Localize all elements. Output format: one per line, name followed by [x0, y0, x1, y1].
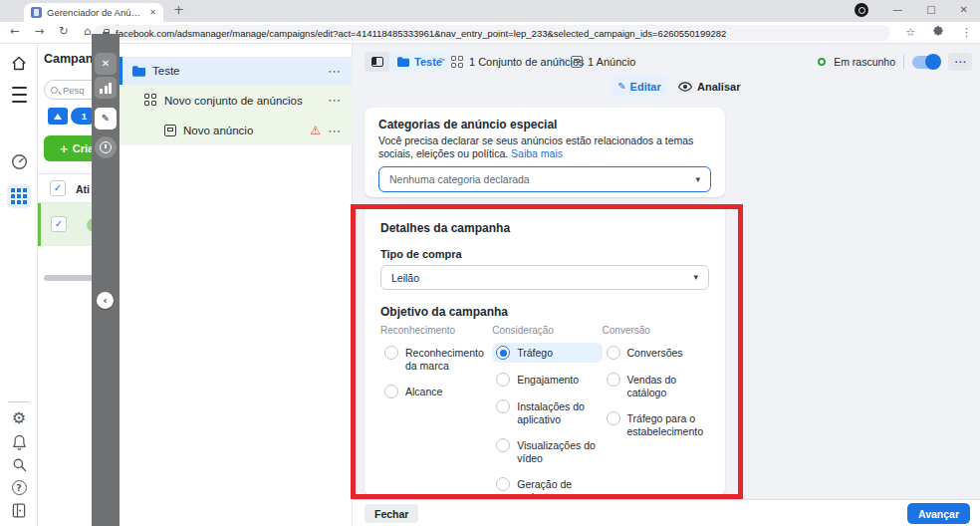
help-icon[interactable]: ? — [0, 480, 38, 495]
nav-rail: ⚙ ? — [0, 44, 38, 526]
media-control-icon[interactable] — [855, 3, 868, 17]
radio-icon[interactable] — [496, 399, 510, 413]
campaigns-grid-icon[interactable] — [7, 184, 31, 208]
search-placeholder: Pesq — [63, 85, 85, 96]
divider — [903, 55, 904, 69]
ads-reporting-icon[interactable] — [0, 153, 38, 170]
objective-option[interactable]: Tráfego para o estabelecimento — [603, 408, 709, 440]
tree-adset-label: Novo conjunto de anúncios — [164, 95, 303, 107]
next-button[interactable]: Avançar — [907, 503, 970, 524]
review-tab-button[interactable]: Analisar — [678, 76, 740, 97]
buy-type-dropdown[interactable]: Leilão ▾ — [380, 265, 709, 290]
close-button[interactable]: Fechar — [365, 504, 418, 523]
objective-option[interactable]: Instalações do aplicativo — [492, 396, 602, 428]
objective-option[interactable]: Vendas do catálogo — [603, 370, 709, 401]
tab-title: Gerenciador de Anúncios - Gere — [47, 7, 144, 18]
tree-item-ad[interactable]: Novo anúncio ⚠ ⋯ — [120, 116, 353, 145]
bookmark-star-icon[interactable]: ☆ — [905, 27, 915, 38]
reload-button[interactable]: ↻ — [59, 26, 69, 38]
collapse-pane-button[interactable]: ‹ — [97, 292, 114, 309]
pencil-icon: ✎ — [102, 114, 110, 124]
radio-icon[interactable] — [384, 385, 398, 398]
bar-chart-icon — [100, 83, 112, 94]
objective-option[interactable]: Engajamento — [492, 370, 602, 390]
learn-more-link[interactable]: Saiba mais — [511, 147, 563, 159]
chevron-right-icon: > — [438, 56, 446, 65]
edit-pencil-button[interactable]: ✎ — [95, 108, 117, 130]
notifications-bell-icon[interactable] — [0, 434, 38, 450]
window-maximize-button[interactable]: □ — [926, 5, 935, 15]
adset-grid-icon — [144, 94, 157, 107]
radio-icon[interactable] — [607, 411, 620, 425]
collapse-panel-icon[interactable] — [0, 503, 38, 518]
folder-filter-icon[interactable] — [48, 108, 68, 125]
select-all-checkbox[interactable]: ✓ — [50, 180, 66, 196]
tab-close-icon[interactable]: ✕ — [149, 9, 156, 17]
objective-option[interactable]: Alcance — [380, 382, 492, 401]
clock-icon — [100, 141, 112, 153]
radio-icon[interactable] — [496, 438, 510, 452]
tree-item-adset[interactable]: Novo conjunto de anúncios ⋯ — [120, 85, 353, 116]
charts-button[interactable] — [95, 77, 117, 99]
objective-option[interactable]: Conversões — [603, 343, 709, 363]
eye-icon — [678, 82, 692, 92]
breadcrumb-ad[interactable]: 1 Anúncio — [571, 52, 635, 72]
tree-item-campaign[interactable]: Teste ⋯ — [120, 57, 353, 85]
objective-option[interactable]: Reconhecimento da marca — [380, 343, 492, 375]
panel-icon — [371, 57, 383, 67]
folder-icon — [132, 66, 145, 77]
ad-frame-icon — [571, 56, 583, 68]
window-minimize-button[interactable]: — — [892, 5, 902, 15]
search-icon — [51, 87, 58, 94]
more-options-button[interactable]: ⋯ — [948, 53, 972, 71]
special-categories-card: Categorias de anúncio especial Você prec… — [365, 108, 725, 197]
home-icon[interactable] — [0, 56, 38, 71]
ad-frame-icon — [164, 125, 176, 136]
row-options-icon[interactable]: ⋯ — [328, 65, 341, 78]
radio-icon[interactable] — [496, 477, 510, 491]
objective-option-selected[interactable]: Tráfego — [492, 343, 602, 363]
tree-ad-label: Novo anúncio — [183, 125, 253, 136]
edit-tab-button[interactable]: ✎ Editar — [611, 76, 668, 97]
radio-icon[interactable] — [496, 373, 510, 387]
extensions-icon[interactable] — [932, 26, 944, 38]
objective-title: Objetivo da campanha — [380, 305, 709, 319]
special-category-dropdown[interactable]: Nenhuma categoria declarada ▾ — [378, 166, 711, 192]
objective-column-awareness: Reconhecimento Reconhecimento da marca A… — [380, 325, 492, 526]
folder-icon — [397, 57, 409, 67]
history-button[interactable] — [95, 136, 117, 158]
radio-icon[interactable] — [607, 346, 620, 360]
settings-gear-icon[interactable]: ⚙ — [0, 410, 38, 426]
editor-footer: Fechar Avançar — [353, 499, 980, 526]
browser-menu-icon[interactable]: ⋮ — [961, 27, 972, 38]
home-button[interactable]: ⌂ — [84, 26, 91, 38]
menu-icon[interactable] — [0, 84, 38, 105]
row-options-icon[interactable]: ⋯ — [328, 125, 341, 137]
row-checkbox[interactable]: ✓ — [51, 216, 67, 232]
forward-button[interactable]: → — [35, 26, 45, 38]
pencil-icon: ✎ — [617, 82, 625, 92]
campaign-active-toggle[interactable] — [912, 56, 940, 69]
special-categories-title: Categorias de anúncio especial — [378, 118, 711, 132]
column-header-active: Ati — [76, 183, 90, 195]
close-edit-pane-button[interactable]: ✕ — [95, 53, 117, 75]
new-tab-button[interactable]: + — [173, 3, 184, 16]
back-button[interactable]: ← — [10, 26, 20, 38]
address-bar[interactable]: facebook.com/adsmanager/manage/campaigns… — [94, 25, 890, 41]
window-close-button[interactable]: ✕ — [960, 5, 968, 15]
browser-toolbar: ← → ↻ ⌂ facebook.com/adsmanager/manage/c… — [0, 22, 980, 44]
row-options-icon[interactable]: ⋯ — [328, 94, 341, 107]
search-icon[interactable] — [0, 457, 38, 472]
draft-status-icon — [818, 58, 826, 66]
caret-down-icon: ▾ — [693, 273, 698, 282]
objective-column-consideration: Consideração Tráfego Engajamento Instala… — [492, 325, 602, 526]
objective-option[interactable]: Visualizações do vídeo — [492, 435, 602, 467]
radio-icon[interactable] — [384, 346, 398, 360]
radio-icon[interactable] — [607, 373, 620, 387]
radio-checked-icon[interactable] — [496, 346, 510, 360]
edit-sidebar-toolbar: ✕ ✎ ‹ — [92, 34, 120, 526]
browser-tab[interactable]: Gerenciador de Anúncios - Gere ✕ — [24, 3, 163, 22]
objective-column-conversion: Conversão Conversões Vendas do catálogo … — [603, 325, 709, 526]
collapse-breadcrumb-button[interactable] — [365, 52, 390, 72]
rail-divider — [8, 401, 30, 402]
